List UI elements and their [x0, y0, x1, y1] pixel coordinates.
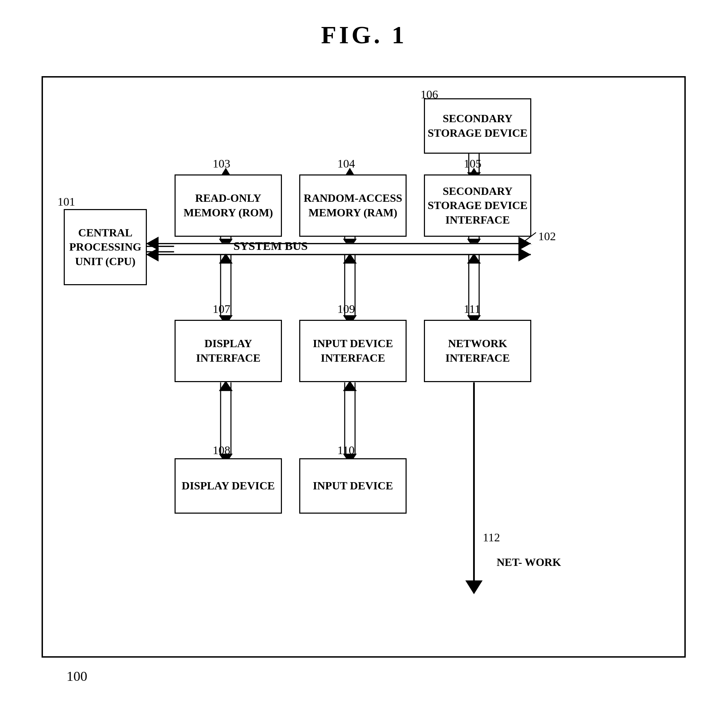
- ram-box: RANDOM-ACCESS MEMORY (RAM): [299, 175, 407, 237]
- network-label: NET- WORK: [497, 555, 561, 570]
- ref-108: 108: [213, 444, 230, 457]
- diagram-container: CENTRAL PROCESSING UNIT (CPU) READ-ONLY …: [42, 76, 686, 658]
- ref-107: 107: [213, 303, 230, 316]
- svg-marker-24: [219, 254, 233, 264]
- ssd-box: SECONDARY STORAGE DEVICE: [424, 98, 531, 154]
- svg-marker-28: [343, 254, 357, 264]
- ref-100: 100: [66, 668, 87, 684]
- svg-rect-44: [146, 243, 532, 254]
- svg-marker-50: [519, 248, 531, 262]
- page-title: FIG. 1: [0, 0, 728, 49]
- display-device-box: DISPLAY DEVICE: [175, 458, 282, 514]
- ref-104: 104: [337, 157, 355, 170]
- display-interface-box: DISPLAY INTERFACE: [175, 320, 282, 382]
- ref-103: 103: [213, 157, 230, 170]
- svg-marker-32: [467, 254, 481, 264]
- svg-marker-47: [146, 237, 158, 251]
- svg-marker-49: [519, 237, 531, 251]
- svg-marker-40: [343, 381, 357, 391]
- svg-marker-17: [467, 239, 481, 249]
- ref-105: 105: [464, 157, 481, 170]
- rom-box: READ-ONLY MEMORY (ROM): [175, 175, 282, 237]
- svg-marker-4: [520, 240, 531, 250]
- ref-101: 101: [57, 195, 75, 208]
- svg-marker-9: [219, 239, 233, 249]
- svg-marker-36: [219, 381, 233, 391]
- ref-110: 110: [337, 444, 355, 457]
- svg-marker-43: [465, 580, 483, 594]
- svg-marker-2: [146, 240, 157, 250]
- ref-102: 102: [538, 230, 556, 243]
- network-interface-box: NETWORK INTERFACE: [424, 320, 531, 382]
- system-bus-label: SYSTEM BUS: [233, 240, 308, 253]
- ref-106: 106: [420, 88, 438, 101]
- ref-109: 109: [337, 303, 355, 316]
- ref-112: 112: [483, 531, 500, 544]
- input-device-box: INPUT DEVICE: [299, 458, 407, 514]
- input-device-interface-box: INPUT DEVICE INTERFACE: [299, 320, 407, 382]
- svg-marker-13: [343, 239, 357, 249]
- svg-marker-3: [520, 240, 531, 250]
- ref-111: 111: [464, 303, 480, 316]
- svg-marker-48: [146, 248, 158, 262]
- cpu-box: CENTRAL PROCESSING UNIT (CPU): [64, 209, 147, 285]
- svg-marker-5: [520, 248, 531, 258]
- ssdi-box: SECONDARY STORAGE DEVICE INTERFACE: [424, 175, 531, 237]
